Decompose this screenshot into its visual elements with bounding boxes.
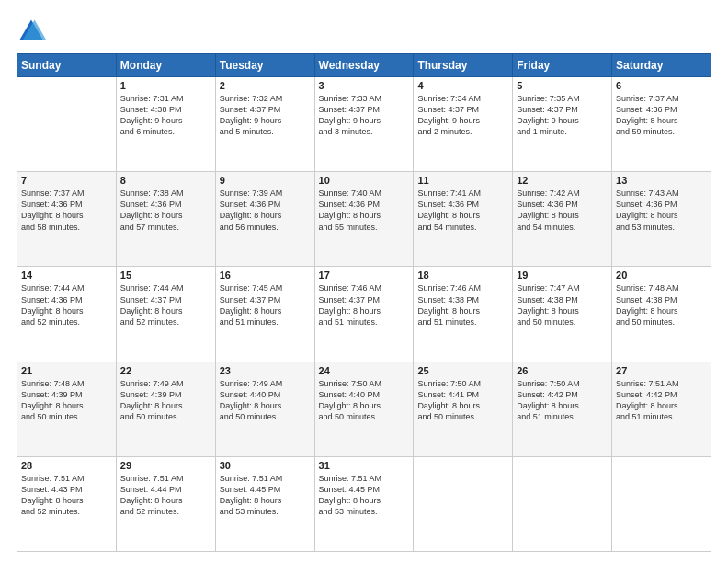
calendar-cell: 3Sunrise: 7:33 AM Sunset: 4:37 PM Daylig… (314, 77, 414, 172)
day-number: 24 (319, 365, 410, 376)
calendar-cell: 29Sunrise: 7:51 AM Sunset: 4:44 PM Dayli… (116, 456, 215, 551)
calendar-header-row: SundayMondayTuesdayWednesdayThursdayFrid… (17, 54, 711, 77)
calendar-week-row: 28Sunrise: 7:51 AM Sunset: 4:43 PM Dayli… (17, 456, 711, 551)
day-info: Sunrise: 7:40 AM Sunset: 4:36 PM Dayligh… (319, 188, 410, 233)
day-number: 13 (616, 175, 707, 186)
day-info: Sunrise: 7:51 AM Sunset: 4:45 PM Dayligh… (319, 473, 410, 518)
calendar-cell: 1Sunrise: 7:31 AM Sunset: 4:38 PM Daylig… (116, 77, 215, 172)
day-number: 30 (220, 460, 311, 471)
day-info: Sunrise: 7:51 AM Sunset: 4:44 PM Dayligh… (120, 473, 211, 518)
day-number: 23 (220, 365, 311, 376)
day-number: 20 (616, 270, 707, 281)
calendar-cell: 20Sunrise: 7:48 AM Sunset: 4:38 PM Dayli… (612, 267, 711, 362)
calendar-cell: 11Sunrise: 7:41 AM Sunset: 4:36 PM Dayli… (414, 172, 513, 267)
day-info: Sunrise: 7:50 AM Sunset: 4:40 PM Dayligh… (319, 378, 410, 423)
day-info: Sunrise: 7:41 AM Sunset: 4:36 PM Dayligh… (417, 188, 508, 233)
day-number: 11 (417, 175, 508, 186)
day-info: Sunrise: 7:43 AM Sunset: 4:36 PM Dayligh… (616, 188, 707, 233)
calendar-cell: 4Sunrise: 7:34 AM Sunset: 4:37 PM Daylig… (414, 77, 513, 172)
calendar-cell: 19Sunrise: 7:47 AM Sunset: 4:38 PM Dayli… (513, 267, 612, 362)
day-info: Sunrise: 7:44 AM Sunset: 4:36 PM Dayligh… (21, 282, 112, 327)
day-number: 6 (616, 80, 707, 91)
day-info: Sunrise: 7:44 AM Sunset: 4:37 PM Dayligh… (120, 282, 211, 327)
day-info: Sunrise: 7:51 AM Sunset: 4:42 PM Dayligh… (616, 378, 707, 423)
day-number: 22 (120, 365, 211, 376)
calendar-cell (414, 456, 513, 551)
calendar-cell: 30Sunrise: 7:51 AM Sunset: 4:45 PM Dayli… (215, 456, 314, 551)
calendar-week-row: 21Sunrise: 7:48 AM Sunset: 4:39 PM Dayli… (17, 362, 711, 456)
day-info: Sunrise: 7:48 AM Sunset: 4:39 PM Dayligh… (21, 378, 112, 423)
day-number: 1 (120, 80, 211, 91)
day-number: 8 (120, 175, 211, 186)
calendar-cell: 16Sunrise: 7:45 AM Sunset: 4:37 PM Dayli… (215, 267, 314, 362)
calendar-cell: 2Sunrise: 7:32 AM Sunset: 4:37 PM Daylig… (215, 77, 314, 172)
day-number: 27 (616, 365, 707, 376)
calendar-cell: 12Sunrise: 7:42 AM Sunset: 4:36 PM Dayli… (513, 172, 612, 267)
calendar-cell: 22Sunrise: 7:49 AM Sunset: 4:39 PM Dayli… (116, 362, 215, 456)
day-info: Sunrise: 7:46 AM Sunset: 4:37 PM Dayligh… (319, 282, 410, 327)
weekday-header: Monday (116, 54, 215, 77)
day-number: 5 (517, 80, 608, 91)
day-number: 31 (319, 460, 410, 471)
day-number: 4 (417, 80, 508, 91)
calendar-cell: 13Sunrise: 7:43 AM Sunset: 4:36 PM Dayli… (612, 172, 711, 267)
day-info: Sunrise: 7:32 AM Sunset: 4:37 PM Dayligh… (220, 93, 311, 138)
calendar-cell: 23Sunrise: 7:49 AM Sunset: 4:40 PM Dayli… (215, 362, 314, 456)
day-number: 3 (319, 80, 410, 91)
calendar-cell: 7Sunrise: 7:37 AM Sunset: 4:36 PM Daylig… (17, 172, 117, 267)
calendar-cell: 5Sunrise: 7:35 AM Sunset: 4:37 PM Daylig… (513, 77, 612, 172)
calendar-cell (612, 456, 711, 551)
calendar-table: SundayMondayTuesdayWednesdayThursdayFrid… (17, 53, 711, 552)
logo (17, 17, 50, 46)
calendar-cell: 24Sunrise: 7:50 AM Sunset: 4:40 PM Dayli… (314, 362, 414, 456)
calendar-cell: 14Sunrise: 7:44 AM Sunset: 4:36 PM Dayli… (17, 267, 117, 362)
day-number: 19 (517, 270, 608, 281)
day-number: 26 (517, 365, 608, 376)
calendar-cell: 21Sunrise: 7:48 AM Sunset: 4:39 PM Dayli… (17, 362, 117, 456)
header (17, 17, 711, 46)
day-number: 16 (220, 270, 311, 281)
page: SundayMondayTuesdayWednesdayThursdayFrid… (0, 0, 728, 563)
weekday-header: Tuesday (215, 54, 314, 77)
calendar-week-row: 7Sunrise: 7:37 AM Sunset: 4:36 PM Daylig… (17, 172, 711, 267)
calendar-cell: 8Sunrise: 7:38 AM Sunset: 4:36 PM Daylig… (116, 172, 215, 267)
day-number: 14 (21, 270, 112, 281)
calendar-cell: 25Sunrise: 7:50 AM Sunset: 4:41 PM Dayli… (414, 362, 513, 456)
day-info: Sunrise: 7:39 AM Sunset: 4:36 PM Dayligh… (220, 188, 311, 233)
day-number: 25 (417, 365, 508, 376)
weekday-header: Wednesday (314, 54, 414, 77)
calendar-week-row: 14Sunrise: 7:44 AM Sunset: 4:36 PM Dayli… (17, 267, 711, 362)
day-number: 21 (21, 365, 112, 376)
calendar-cell: 18Sunrise: 7:46 AM Sunset: 4:38 PM Dayli… (414, 267, 513, 362)
day-info: Sunrise: 7:31 AM Sunset: 4:38 PM Dayligh… (120, 93, 211, 138)
day-info: Sunrise: 7:50 AM Sunset: 4:42 PM Dayligh… (517, 378, 608, 423)
calendar-week-row: 1Sunrise: 7:31 AM Sunset: 4:38 PM Daylig… (17, 77, 711, 172)
calendar-cell: 17Sunrise: 7:46 AM Sunset: 4:37 PM Dayli… (314, 267, 414, 362)
day-number: 18 (417, 270, 508, 281)
day-info: Sunrise: 7:34 AM Sunset: 4:37 PM Dayligh… (417, 93, 508, 138)
day-info: Sunrise: 7:37 AM Sunset: 4:36 PM Dayligh… (21, 188, 112, 233)
day-info: Sunrise: 7:51 AM Sunset: 4:43 PM Dayligh… (21, 473, 112, 518)
weekday-header: Sunday (17, 54, 117, 77)
day-info: Sunrise: 7:46 AM Sunset: 4:38 PM Dayligh… (417, 282, 508, 327)
day-info: Sunrise: 7:45 AM Sunset: 4:37 PM Dayligh… (220, 282, 311, 327)
day-number: 29 (120, 460, 211, 471)
day-number: 2 (220, 80, 311, 91)
day-info: Sunrise: 7:47 AM Sunset: 4:38 PM Dayligh… (517, 282, 608, 327)
weekday-header: Saturday (612, 54, 711, 77)
day-info: Sunrise: 7:51 AM Sunset: 4:45 PM Dayligh… (220, 473, 311, 518)
day-number: 15 (120, 270, 211, 281)
calendar-cell: 31Sunrise: 7:51 AM Sunset: 4:45 PM Dayli… (314, 456, 414, 551)
day-info: Sunrise: 7:49 AM Sunset: 4:40 PM Dayligh… (220, 378, 311, 423)
calendar-cell: 10Sunrise: 7:40 AM Sunset: 4:36 PM Dayli… (314, 172, 414, 267)
calendar-cell: 28Sunrise: 7:51 AM Sunset: 4:43 PM Dayli… (17, 456, 117, 551)
calendar-cell: 26Sunrise: 7:50 AM Sunset: 4:42 PM Dayli… (513, 362, 612, 456)
day-number: 10 (319, 175, 410, 186)
weekday-header: Thursday (414, 54, 513, 77)
calendar-cell: 6Sunrise: 7:37 AM Sunset: 4:36 PM Daylig… (612, 77, 711, 172)
calendar-cell (17, 77, 117, 172)
day-info: Sunrise: 7:48 AM Sunset: 4:38 PM Dayligh… (616, 282, 707, 327)
day-number: 9 (220, 175, 311, 186)
calendar-cell (513, 456, 612, 551)
calendar-cell: 9Sunrise: 7:39 AM Sunset: 4:36 PM Daylig… (215, 172, 314, 267)
